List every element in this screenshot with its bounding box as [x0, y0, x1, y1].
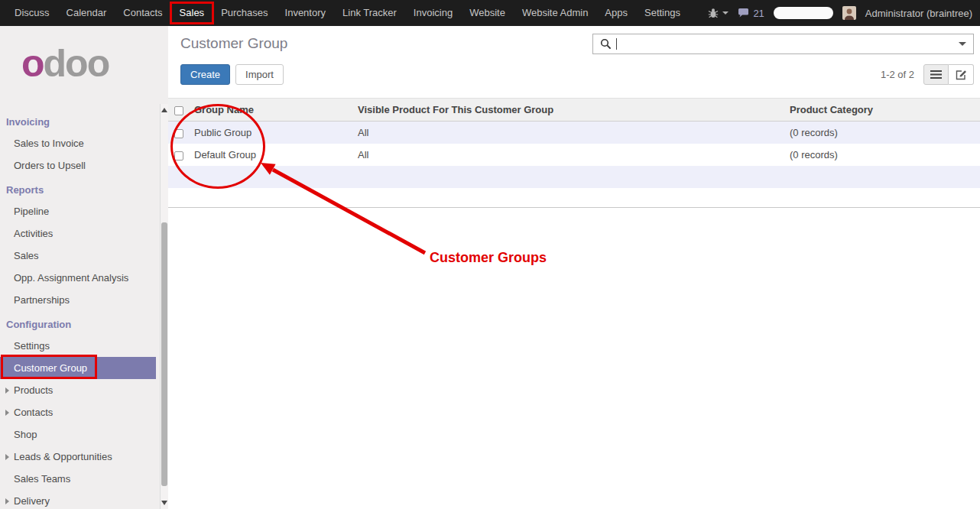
menu-calendar[interactable]: Calendar: [58, 0, 115, 26]
edit-pencil-icon: [956, 70, 967, 80]
list-view-button[interactable]: [923, 64, 949, 85]
select-all-header[interactable]: [168, 99, 188, 122]
topbar-right: 21 Administrator (braintree): [708, 0, 980, 26]
menu-purchases[interactable]: Purchases: [213, 0, 276, 26]
messages-count: 21: [753, 8, 764, 19]
debug-menu[interactable]: [708, 8, 729, 18]
sidebar-scrollbar[interactable]: [160, 104, 168, 509]
odoo-logo[interactable]: odoo: [0, 26, 168, 93]
sidebar-item-pipeline[interactable]: Pipeline: [0, 200, 168, 222]
group-name-cell[interactable]: Public Group: [188, 122, 352, 144]
column-product-category[interactable]: Product Category: [784, 99, 980, 122]
sidebar-item-products[interactable]: Products: [0, 379, 168, 401]
search-icon: [600, 38, 612, 50]
logo-first-letter: o: [21, 42, 44, 85]
sheet-end-divider: [168, 188, 980, 208]
triangle-right-icon: [5, 410, 9, 416]
sidebar: odoo Invoicing Sales to Invoice Orders t…: [0, 26, 168, 509]
checkbox-cell: [168, 122, 188, 144]
scroll-up-arrow-icon[interactable]: [161, 108, 167, 112]
sidebar-menu: Invoicing Sales to Invoice Orders to Ups…: [0, 112, 168, 509]
sidebar-item-delivery[interactable]: Delivery: [0, 490, 168, 509]
visible-product-cell[interactable]: All: [352, 144, 784, 166]
sidebar-item-orders-to-upsell[interactable]: Orders to Upsell: [0, 154, 168, 177]
view-switcher: [923, 64, 974, 85]
scrollbar-thumb[interactable]: [161, 222, 167, 486]
list-icon: [930, 70, 942, 79]
section-reports: Reports: [0, 180, 168, 200]
menu-inventory[interactable]: Inventory: [277, 0, 334, 26]
menu-sales-label: Sales: [180, 7, 205, 18]
bug-icon: [708, 8, 719, 18]
create-button[interactable]: Create: [180, 64, 230, 85]
menu-website-admin[interactable]: Website Admin: [514, 0, 596, 26]
sidebar-item-contacts[interactable]: Contacts: [0, 401, 168, 423]
table-row[interactable]: Default Group All (0 records): [168, 144, 980, 166]
top-menu: Discuss Calendar Contacts Sales Purchase…: [0, 0, 689, 26]
menu-discuss[interactable]: Discuss: [6, 0, 58, 26]
row-checkbox[interactable]: [174, 129, 183, 138]
visible-product-cell[interactable]: All: [352, 122, 784, 144]
menu-invoicing[interactable]: Invoicing: [405, 0, 461, 26]
sidebar-item-leads-opportunities[interactable]: Leads & Opportunities: [0, 446, 168, 468]
sidebar-item-settings[interactable]: Settings: [0, 335, 168, 357]
action-buttons: Create Import: [180, 64, 284, 85]
sidebar-item-activities[interactable]: Activities: [0, 222, 168, 245]
caret-down-icon: [722, 11, 729, 15]
sidebar-item-sales-teams[interactable]: Sales Teams: [0, 468, 168, 490]
sidebar-item-label: Products: [14, 384, 53, 396]
menu-settings[interactable]: Settings: [636, 0, 689, 26]
sidebar-item-customer-group[interactable]: Customer Group: [0, 357, 156, 379]
search-dropdown-caret-icon[interactable]: [959, 42, 966, 46]
sidebar-item-label: Leads & Opportunities: [14, 451, 112, 462]
sidebar-item-shop[interactable]: Shop: [0, 423, 168, 446]
timer-widget[interactable]: [774, 7, 833, 19]
sidebar-item-partnerships[interactable]: Partnerships: [0, 289, 168, 311]
search-bar[interactable]: [592, 34, 974, 54]
user-menu[interactable]: Administrator (braintree): [865, 8, 972, 19]
import-button[interactable]: Import: [235, 64, 284, 85]
table-row[interactable]: Public Group All (0 records): [168, 122, 980, 144]
avatar[interactable]: [842, 6, 856, 20]
page-title: Customer Group: [180, 35, 287, 52]
control-panel: Customer Group Create Import 1-2 of 2: [168, 26, 980, 98]
product-category-cell[interactable]: (0 records): [784, 122, 980, 144]
form-view-button[interactable]: [949, 64, 974, 85]
section-invoicing: Invoicing: [0, 112, 168, 132]
speech-bubble-icon: [738, 8, 749, 18]
product-category-cell[interactable]: (0 records): [784, 144, 980, 166]
column-group-name[interactable]: Group Name: [188, 99, 352, 122]
triangle-right-icon: [5, 454, 9, 460]
empty-row: [168, 166, 980, 188]
triangle-right-icon: [5, 387, 9, 394]
main-content: Customer Group Create Import 1-2 of 2: [168, 26, 980, 509]
pager-area: 1-2 of 2: [881, 64, 974, 85]
pager: 1-2 of 2: [881, 69, 914, 80]
sidebar-item-label: Contacts: [14, 407, 53, 418]
row-checkbox[interactable]: [174, 151, 183, 160]
topbar: Discuss Calendar Contacts Sales Purchase…: [0, 0, 980, 26]
sidebar-item-sales[interactable]: Sales: [0, 245, 168, 267]
checkbox-cell: [168, 144, 188, 166]
messages-indicator[interactable]: 21: [738, 8, 764, 19]
records-table: Group Name Visible Product For This Cust…: [168, 98, 980, 188]
group-name-cell[interactable]: Default Group: [188, 144, 352, 166]
section-configuration: Configuration: [0, 314, 168, 335]
sidebar-item-opp-assignment-analysis[interactable]: Opp. Assignment Analysis: [0, 267, 168, 289]
select-all-checkbox[interactable]: [174, 106, 183, 115]
menu-link-tracker[interactable]: Link Tracker: [334, 0, 405, 26]
sidebar-item-sales-to-invoice[interactable]: Sales to Invoice: [0, 132, 168, 154]
logo-rest: doo: [44, 42, 109, 85]
triangle-right-icon: [5, 498, 9, 504]
menu-sales[interactable]: Sales: [171, 0, 213, 26]
column-visible-product[interactable]: Visible Product For This Customer Group: [352, 99, 784, 122]
menu-apps[interactable]: Apps: [596, 0, 636, 26]
search-input[interactable]: [617, 37, 959, 50]
scroll-down-arrow-icon[interactable]: [161, 501, 167, 505]
sidebar-item-label: Customer Group: [14, 362, 87, 374]
sidebar-item-label: Delivery: [14, 495, 50, 507]
menu-contacts[interactable]: Contacts: [115, 0, 170, 26]
table-header-row: Group Name Visible Product For This Cust…: [168, 99, 980, 122]
menu-website[interactable]: Website: [461, 0, 514, 26]
